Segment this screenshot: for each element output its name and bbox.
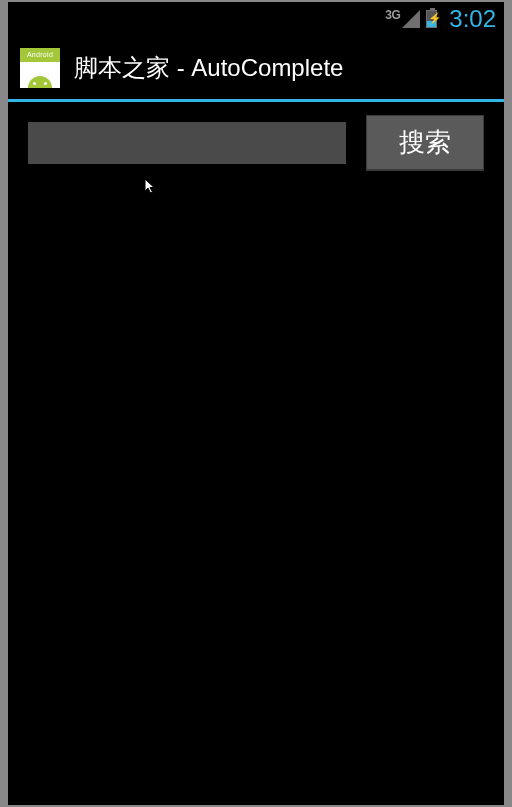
clock-label: 3:02 xyxy=(449,5,496,33)
app-title: 脚本之家 - AutoComplete xyxy=(74,52,343,84)
bolt-icon: ⚡ xyxy=(428,13,442,24)
search-button[interactable]: 搜索 xyxy=(366,115,484,171)
status-bar: 3G ⚡ 3:02 xyxy=(8,2,504,36)
device-screen: 3G ⚡ 3:02 Android 脚本之家 - AutoComplete 搜索 xyxy=(8,2,504,805)
android-robot-icon xyxy=(20,62,60,88)
app-icon: Android xyxy=(20,48,60,88)
signal-icon xyxy=(402,10,420,28)
content-area: 搜索 xyxy=(8,102,504,191)
battery-charging-icon: ⚡ xyxy=(426,10,437,28)
action-bar: Android 脚本之家 - AutoComplete xyxy=(8,36,504,102)
search-input[interactable] xyxy=(28,122,346,164)
network-type-label: 3G xyxy=(385,8,400,22)
app-icon-tag: Android xyxy=(20,48,60,62)
